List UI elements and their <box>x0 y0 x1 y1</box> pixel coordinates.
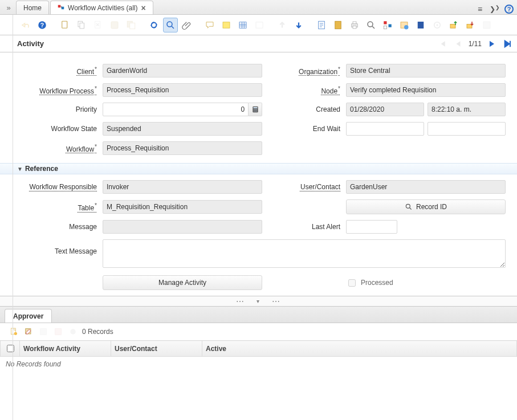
label-user-contact[interactable]: User/Contact <box>278 183 340 191</box>
field-end-wait-date[interactable] <box>346 122 424 136</box>
first-record-icon <box>437 38 448 50</box>
section-toggle-icon[interactable]: ▼ <box>17 166 23 172</box>
import-icon[interactable] <box>463 18 478 32</box>
activity-form: Client* GardenWorld Organization* Store … <box>0 52 517 296</box>
chat-icon[interactable] <box>202 18 217 32</box>
svg-point-36 <box>404 25 409 30</box>
detail-toolbar: 0 Records <box>0 323 517 340</box>
field-last-alert[interactable] <box>346 220 397 234</box>
request-icon[interactable] <box>397 18 412 32</box>
splitter-chevron-icon[interactable]: ▾ <box>257 298 260 304</box>
field-message[interactable] <box>103 220 262 234</box>
field-workflow-responsible[interactable]: Invoker <box>103 180 262 194</box>
svg-rect-56 <box>40 329 47 335</box>
more-icon <box>479 18 494 32</box>
svg-point-48 <box>254 111 255 112</box>
tab-home[interactable]: Home <box>16 1 49 14</box>
label-workflow-responsible[interactable]: Workflow Responsible <box>17 183 97 191</box>
detail-record-count: 0 Records <box>82 328 113 336</box>
window-tab-strip: » Home Workflow Activities (all) × ≡ ❯❯ … <box>0 0 517 15</box>
label-workflow-process[interactable]: Workflow Process* <box>17 85 97 95</box>
label-organization[interactable]: Organization* <box>278 66 340 76</box>
label-node[interactable]: Node* <box>278 85 340 95</box>
field-priority[interactable] <box>103 103 249 116</box>
tab-workflow-activities[interactable]: Workflow Activities (all) × <box>50 1 153 14</box>
svg-rect-57 <box>55 329 62 335</box>
save-new-icon <box>124 18 139 32</box>
detail-edit-icon[interactable] <box>23 326 34 337</box>
help-icon[interactable]: ? <box>35 18 50 32</box>
field-user-contact[interactable]: GardenUser <box>346 180 506 194</box>
print-icon[interactable] <box>347 18 362 32</box>
label-client[interactable]: Client* <box>17 66 97 76</box>
svg-rect-37 <box>418 22 424 28</box>
splitter-bar[interactable]: ⋯ ▾ ⋯ <box>0 296 517 306</box>
calculator-icon[interactable] <box>249 103 262 116</box>
refresh-icon[interactable] <box>146 18 161 32</box>
tab-approver[interactable]: Approver <box>5 309 52 323</box>
section-reference[interactable]: ▼ Reference <box>0 163 517 174</box>
field-table[interactable]: M_Requisition_Requisition <box>103 200 262 214</box>
expand-sidebar-icon[interactable]: » <box>3 1 14 14</box>
svg-rect-26 <box>335 21 341 29</box>
last-record-icon[interactable] <box>502 38 514 50</box>
archive-icon[interactable] <box>331 18 345 32</box>
product-info-icon[interactable] <box>413 18 428 32</box>
note-icon[interactable] <box>219 18 234 32</box>
field-text-message[interactable] <box>103 239 506 268</box>
field-end-wait-time[interactable] <box>428 122 506 136</box>
detail-new-icon[interactable] <box>8 326 19 337</box>
manage-activity-button[interactable]: Manage Activity <box>103 275 262 290</box>
svg-rect-6 <box>80 23 84 28</box>
svg-rect-15 <box>223 22 230 28</box>
splitter-dots-right[interactable]: ⋯ <box>272 297 281 306</box>
grid-select-all-header[interactable] <box>1 341 20 357</box>
svg-line-31 <box>372 26 374 28</box>
export-icon[interactable] <box>446 18 461 32</box>
label-priority: Priority <box>17 105 97 113</box>
svg-rect-1 <box>62 6 64 9</box>
svg-rect-21 <box>256 22 263 28</box>
svg-rect-42 <box>483 22 490 28</box>
label-message: Message <box>17 223 97 231</box>
grid-toggle-icon[interactable] <box>235 18 250 32</box>
report-icon[interactable] <box>314 18 329 32</box>
workflow-icon <box>58 5 64 11</box>
field-created-time[interactable]: 8:22:10 a. m. <box>428 103 506 116</box>
svg-rect-28 <box>353 22 356 24</box>
record-id-button[interactable]: Record ID <box>346 199 506 214</box>
active-workflow-icon[interactable] <box>380 18 395 32</box>
copy-record-icon[interactable] <box>74 18 89 32</box>
detail-delete-icon <box>52 326 64 337</box>
detail-record-icon[interactable] <box>291 18 306 32</box>
menu-icon[interactable]: ≡ <box>475 4 485 14</box>
field-organization[interactable]: Store Central <box>346 64 506 78</box>
page-title: Activity <box>17 39 44 48</box>
field-workflow-process[interactable]: Process_Requisition <box>103 83 262 97</box>
attachment-icon[interactable] <box>180 18 194 32</box>
next-record-icon[interactable] <box>486 38 498 50</box>
label-table[interactable]: Table* <box>17 202 97 212</box>
left-gutter-divider <box>13 15 13 420</box>
new-record-icon[interactable] <box>58 18 72 32</box>
field-workflow-state[interactable]: Suspended <box>103 122 262 136</box>
previous-record-icon <box>453 38 464 50</box>
zoom-icon[interactable] <box>364 18 378 32</box>
help-global-icon[interactable]: ? <box>504 5 514 14</box>
svg-point-30 <box>368 22 373 27</box>
label-workflow[interactable]: Workflow* <box>17 144 97 153</box>
main-toolbar: ? <box>0 15 517 35</box>
field-created-date[interactable]: 01/28/2020 <box>346 103 424 116</box>
field-node[interactable]: Verify completed Requisition <box>346 83 506 97</box>
svg-point-54 <box>14 332 17 335</box>
svg-line-14 <box>172 26 174 28</box>
field-client[interactable]: GardenWorld <box>103 64 262 78</box>
grid-col-active[interactable]: Active <box>202 341 517 357</box>
splitter-dots-left[interactable]: ⋯ <box>236 297 245 306</box>
tab-close-icon[interactable]: × <box>141 4 145 12</box>
grid-col-user-contact[interactable]: User/Contact <box>111 341 202 357</box>
collapse-chevron-icon[interactable]: ❯❯ <box>490 4 500 14</box>
find-icon[interactable] <box>163 18 178 32</box>
grid-col-workflow-activity[interactable]: Workflow Activity <box>20 341 111 357</box>
field-workflow[interactable]: Process_Requisition <box>103 141 262 155</box>
